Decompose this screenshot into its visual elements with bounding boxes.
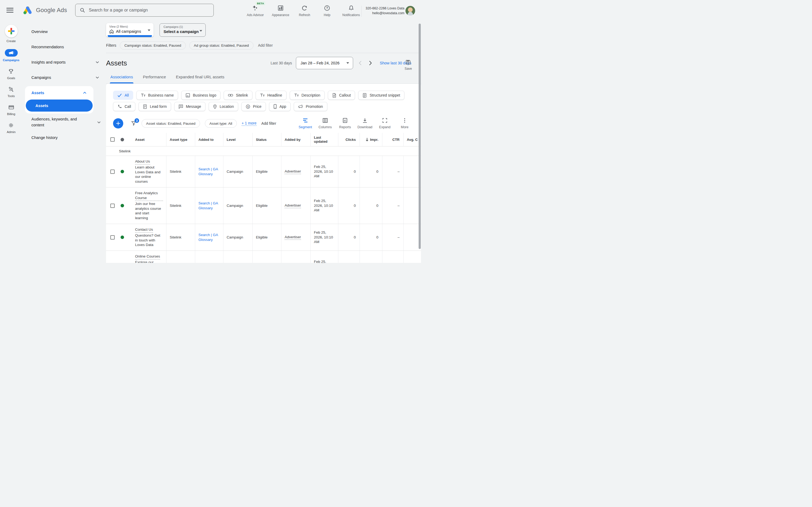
- table-row[interactable]: About Us Learn about Loves Data and our …: [106, 156, 421, 187]
- megaphone-icon: [8, 50, 14, 56]
- sidebar-item-recommendations[interactable]: Recommendations: [22, 39, 106, 54]
- row-checkbox[interactable]: [110, 170, 115, 174]
- chip-structured-snippet[interactable]: Structured snippet: [358, 91, 404, 100]
- previous-period-button[interactable]: [357, 60, 363, 66]
- sidebar-item-audiences-keywords-content[interactable]: Audiences, keywords, and content: [22, 115, 106, 130]
- download-button[interactable]: Download: [357, 118, 373, 129]
- cell-ctr: –: [382, 187, 403, 224]
- table-row[interactable]: Contact Us Questions? Get in touch with …: [106, 224, 421, 251]
- add-filter-link[interactable]: Add filter: [258, 43, 273, 48]
- cell-added-by: Advertiser: [281, 251, 310, 263]
- chip-message[interactable]: Message: [174, 102, 205, 111]
- campaign-link[interactable]: Search | GA Glossary: [198, 233, 220, 242]
- chip-description[interactable]: Description: [290, 91, 325, 100]
- table-row[interactable]: Online Courses Explore our online course…: [106, 251, 421, 263]
- cell-clicks: 0: [338, 224, 360, 250]
- chip-location[interactable]: Location: [209, 102, 238, 111]
- campaign-link[interactable]: Search | GA Glossary: [198, 262, 220, 263]
- ads-advisor-button[interactable]: BETA Ads Advisor: [247, 3, 264, 17]
- notifications-button[interactable]: Notifications: [342, 3, 360, 17]
- header-level[interactable]: Level: [223, 133, 252, 146]
- sidebar-item-insights-and-reports[interactable]: Insights and reports: [22, 54, 106, 70]
- chip-call[interactable]: Call: [113, 102, 135, 111]
- rail-item-create[interactable]: Create: [5, 25, 18, 43]
- chip-promotion[interactable]: Promotion: [294, 102, 327, 111]
- toolbar-chip-asset-type[interactable]: Asset type: All: [205, 119, 237, 128]
- header-added-by[interactable]: Added by: [281, 133, 310, 146]
- header-asset-type[interactable]: Asset type: [166, 133, 195, 146]
- filter-funnel-button[interactable]: 3: [131, 120, 137, 126]
- more-button[interactable]: More: [396, 118, 413, 129]
- filter-chip-ad-group-status[interactable]: Ad group status: Enabled, Paused: [189, 41, 253, 50]
- date-range-picker[interactable]: Jan 28 – Feb 24, 2026: [296, 57, 353, 69]
- header-added-to[interactable]: Added to: [195, 133, 223, 146]
- cell-clicks: 0: [338, 187, 360, 224]
- table-row[interactable]: Free Analytics Course Join our free anal…: [106, 187, 421, 224]
- sidebar-item-assets-parent[interactable]: Assets: [25, 86, 93, 100]
- row-checkbox[interactable]: [110, 204, 115, 208]
- avatar[interactable]: [405, 6, 415, 15]
- assets-table: Asset Asset type Added to Level Status A…: [106, 133, 421, 263]
- filter-count-badge: 3: [135, 118, 139, 123]
- refresh-button[interactable]: Refresh: [297, 3, 312, 17]
- rail-item-tools[interactable]: Tools: [7, 86, 15, 98]
- rail-item-goals[interactable]: Goals: [7, 68, 15, 80]
- tab-expanded-final-url-assets[interactable]: Expanded final URL assets: [176, 73, 224, 83]
- segment-button[interactable]: Segment: [297, 118, 314, 129]
- vertical-scrollbar[interactable]: [419, 23, 421, 249]
- header-impressions[interactable]: Impr.: [360, 133, 382, 146]
- create-button[interactable]: [5, 25, 18, 38]
- more-filters-link[interactable]: + 1 more: [242, 121, 257, 126]
- asset-title[interactable]: About Us: [135, 159, 150, 164]
- chip-headline[interactable]: Headline: [256, 91, 287, 100]
- asset-title[interactable]: Contact Us: [135, 227, 153, 233]
- rail-item-billing[interactable]: Billing: [7, 104, 15, 116]
- account-info[interactable]: 320-662-2266 Loves Data hello@lovesdata.…: [365, 6, 404, 15]
- header-ctr[interactable]: CTR: [382, 133, 403, 146]
- asset-type-chip-row-1: All Business name Business logo Sitelink…: [106, 91, 421, 100]
- campaign-link[interactable]: Search | GA Glossary: [198, 167, 220, 176]
- chip-business-logo[interactable]: Business logo: [181, 91, 220, 100]
- save-button[interactable]: Save: [405, 59, 412, 70]
- select-all-checkbox[interactable]: [110, 137, 115, 142]
- filter-chip-campaign-status[interactable]: Campaign status: Enabled, Paused: [120, 41, 186, 50]
- columns-button[interactable]: Columns: [317, 118, 334, 129]
- search-input[interactable]: [89, 8, 209, 13]
- tab-performance[interactable]: Performance: [143, 73, 166, 83]
- view-selector[interactable]: View (2 filters) All campaigns: [106, 23, 154, 37]
- next-period-button[interactable]: [367, 60, 373, 66]
- add-asset-button[interactable]: [113, 118, 123, 128]
- toolbar-chip-asset-status[interactable]: Asset status: Enabled, Paused: [142, 119, 200, 128]
- chip-sitelink[interactable]: Sitelink: [224, 91, 252, 100]
- row-checkbox[interactable]: [110, 235, 115, 239]
- add-filter-link-table[interactable]: Add filter: [261, 121, 276, 125]
- header-status[interactable]: Status: [252, 133, 281, 146]
- home-icon: [109, 29, 114, 34]
- help-button[interactable]: ? Help: [320, 3, 334, 17]
- rail-item-campaigns[interactable]: Campaigns: [3, 49, 19, 62]
- sidebar-item-change-history[interactable]: Change history: [22, 130, 106, 145]
- sidebar-item-overview[interactable]: Overview: [22, 24, 106, 39]
- chip-price[interactable]: $ Price: [241, 102, 266, 111]
- campaign-link[interactable]: Search | GA Glossary: [198, 201, 220, 211]
- header-clicks[interactable]: Clicks: [338, 133, 360, 146]
- location-pin-icon: [213, 104, 217, 109]
- menu-icon[interactable]: [6, 8, 13, 13]
- header-last-updated[interactable]: Last updated: [310, 133, 338, 146]
- asset-title[interactable]: Free Analytics Course: [135, 191, 163, 201]
- reports-button[interactable]: Reports: [337, 118, 353, 129]
- global-search[interactable]: [75, 4, 214, 17]
- rail-item-admin[interactable]: Admin: [7, 122, 15, 133]
- campaign-selector[interactable]: Campaigns (1) Select a campaign: [159, 23, 206, 37]
- asset-title[interactable]: Online Courses: [135, 254, 160, 260]
- chip-business-name[interactable]: Business name: [137, 91, 178, 100]
- chip-lead-form[interactable]: Lead form: [139, 102, 171, 111]
- sidebar-item-campaigns[interactable]: Campaigns: [22, 70, 106, 85]
- chip-all[interactable]: All: [113, 91, 133, 100]
- tab-associations[interactable]: Associations: [110, 73, 133, 83]
- expand-button[interactable]: Expand: [376, 118, 393, 129]
- sidebar-item-assets-selected[interactable]: Assets: [26, 100, 93, 112]
- appearance-button[interactable]: Appearance: [272, 3, 289, 17]
- chip-callout[interactable]: Callout: [328, 91, 355, 100]
- chip-app[interactable]: App: [269, 102, 291, 111]
